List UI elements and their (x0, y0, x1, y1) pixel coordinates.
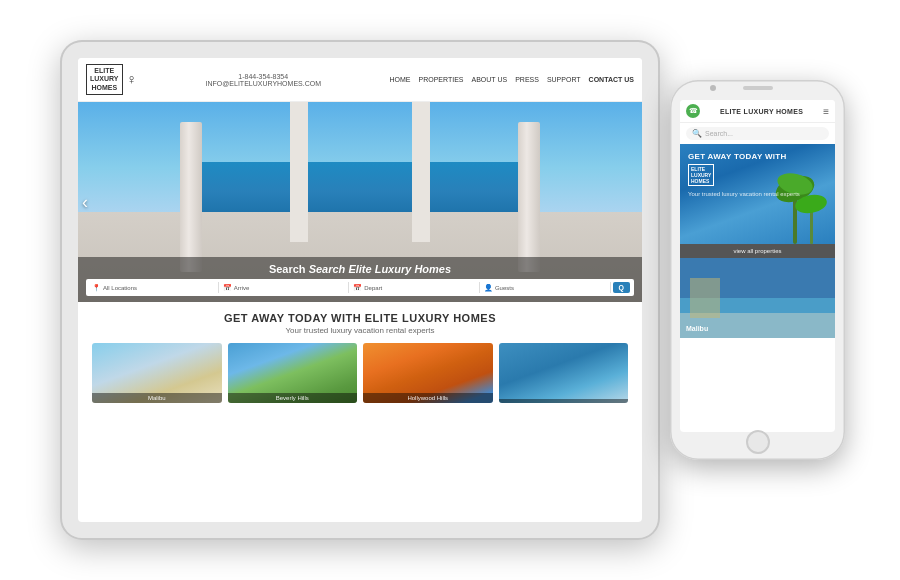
property-label-beverly: Beverly Hills (228, 393, 358, 403)
phone-hero-sub: Your trusted luxury vacation rental expe… (688, 191, 827, 199)
property-label-hollywood: Hollywood Hills (363, 393, 493, 403)
phone-app-title: ELITE LUXURY HOMES (720, 108, 803, 115)
guests-field[interactable]: 👤 Guests (482, 282, 611, 293)
logo-text: ELITE LUXURY HOMES (86, 64, 123, 95)
property-card-hollywood[interactable]: Hollywood Hills (363, 343, 493, 403)
phone-logo-mini: ELITELUXURYHOMES (688, 164, 714, 186)
hero-prev-button[interactable]: ‹ (82, 192, 88, 213)
phone-hero: GET AWAY TODAY WITH ELITELUXURYHOMES You… (680, 144, 835, 244)
phone-search-placeholder: Search... (705, 130, 733, 137)
calendar-icon-2: 📅 (353, 284, 362, 292)
phone-camera (710, 85, 716, 91)
nav-support[interactable]: SUPPORT (547, 76, 581, 83)
phone-screen: ☎ ELITE LUXURY HOMES ≡ 🔍 Search... (680, 100, 835, 432)
svg-rect-3 (810, 209, 813, 244)
phone-device: ☎ ELITE LUXURY HOMES ≡ 🔍 Search... (670, 80, 845, 460)
phone-logo: ELITELUXURYHOMES (688, 164, 827, 187)
scene: ELITE LUXURY HOMES ♀ 1-844-354-8354 INFO… (0, 0, 900, 580)
phone-call-icon[interactable]: ☎ (686, 104, 700, 118)
phone-malibu-label: Malibu (686, 325, 708, 332)
hamburger-icon[interactable]: ≡ (823, 106, 829, 117)
search-bar[interactable]: 📍 All Locations 📅 Arrive 📅 Depart � (86, 279, 634, 296)
location-icon: 📍 (92, 284, 101, 292)
phone-speaker (743, 86, 773, 90)
phone-hero-overlay: GET AWAY TODAY WITH ELITELUXURYHOMES You… (680, 144, 835, 203)
nav-contact[interactable]: CONTACT US (589, 76, 634, 83)
calendar-icon: 📅 (223, 284, 232, 292)
property-card-malibu[interactable]: Malibu (92, 343, 222, 403)
tablet-hero: ‹ Search Search Elite Luxury Homes 📍 All… (78, 102, 642, 302)
sub-tagline: Your trusted luxury vacation rental expe… (92, 326, 628, 335)
phone-nav: ☎ ELITE LUXURY HOMES ≡ (680, 100, 835, 123)
phone-view-all-button[interactable]: view all properties (680, 244, 835, 258)
hero-pillar-left (180, 122, 202, 272)
tablet-nav: ELITE LUXURY HOMES ♀ 1-844-354-8354 INFO… (78, 58, 642, 102)
tablet-screen: ELITE LUXURY HOMES ♀ 1-844-354-8354 INFO… (78, 58, 642, 522)
nav-properties[interactable]: PROPERTIES (419, 76, 464, 83)
nav-home[interactable]: HOME (390, 76, 411, 83)
property-label-malibu: Malibu (92, 393, 222, 403)
contact-info: 1-844-354-8354 INFO@ELITELUXURYHOMES.COM (206, 73, 322, 87)
logo-key-icon: ♀ (127, 71, 138, 87)
property-label-4 (499, 399, 629, 403)
nav-links[interactable]: HOME PROPERTIES ABOUT US PRESS SUPPORT C… (390, 76, 634, 83)
phone-getaway-text: GET AWAY TODAY WITH (688, 152, 827, 161)
hero-arch (290, 102, 430, 242)
tagline: GET AWAY TODAY WITH ELITE LUXURY HOMES (92, 312, 628, 324)
property-card-beverly[interactable]: Beverly Hills (228, 343, 358, 403)
depart-field[interactable]: 📅 Depart (351, 282, 480, 293)
property-card-4[interactable] (499, 343, 629, 403)
arrive-field[interactable]: 📅 Arrive (221, 282, 350, 293)
svg-rect-8 (690, 278, 720, 318)
phone-search-bar[interactable]: 🔍 Search... (686, 127, 829, 140)
phone-malibu-card[interactable]: Malibu (680, 258, 835, 338)
tablet-device: ELITE LUXURY HOMES ♀ 1-844-354-8354 INFO… (60, 40, 660, 540)
phone-search-icon: 🔍 (692, 129, 702, 138)
phone-home-button[interactable] (746, 430, 770, 454)
tablet-logo: ELITE LUXURY HOMES ♀ (86, 64, 137, 95)
location-field[interactable]: 📍 All Locations (90, 282, 219, 293)
nav-press[interactable]: PRESS (515, 76, 539, 83)
nav-about[interactable]: ABOUT US (472, 76, 508, 83)
hero-pillar-right (518, 122, 540, 272)
guests-icon: 👤 (484, 284, 493, 292)
search-button[interactable]: Q (613, 282, 630, 293)
property-cards: Malibu Beverly Hills Hollywood Hills (92, 343, 628, 403)
hero-search-overlay: Search Search Elite Luxury Homes 📍 All L… (78, 257, 642, 302)
tablet-content: GET AWAY TODAY WITH ELITE LUXURY HOMES Y… (78, 302, 642, 413)
hero-search-title: Search Search Elite Luxury Homes (86, 263, 634, 275)
